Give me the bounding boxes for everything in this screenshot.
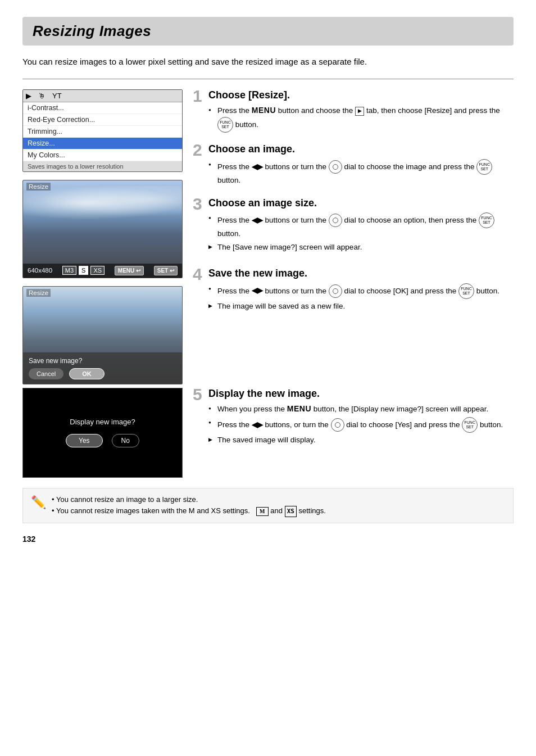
step-2-number: 2	[193, 142, 205, 159]
tab-camera[interactable]: 🖰	[38, 92, 46, 100]
menu-keyword: MENU	[252, 106, 276, 115]
size-xs[interactable]: XS	[90, 266, 105, 275]
page-number: 132	[22, 535, 514, 544]
step-5-right: 5 Display the new image. When you press …	[193, 388, 514, 457]
step-4-bullets: Press the ◀▶ buttons or turn the dial to…	[208, 283, 514, 313]
step-3-bullets: Press the ◀▶ buttons or turn the dial to…	[208, 212, 514, 253]
step-1-title: Choose [Resize].	[208, 89, 514, 102]
step-5-arrow-1: The saved image will display.	[208, 434, 514, 446]
step-1: 1 Choose [Resize]. Press the MENU button…	[193, 89, 514, 135]
step-2: 2 Choose an image. Press the ◀▶ buttons …	[193, 143, 514, 188]
menu-footer: Saves images to a lower resolution	[23, 161, 182, 171]
resize-bottom-bar: 640x480 M3 S XS MENU ↩ SET ↩	[23, 264, 182, 278]
save-prompt: Save new image?	[29, 357, 176, 365]
step-2-bullet-1: Press the ◀▶ buttons or turn the dial to…	[208, 159, 514, 187]
display-buttons: Yes No	[66, 434, 139, 447]
step-5-bullets: When you press the MENU button, the [Dis…	[208, 403, 514, 446]
step-4: 4 Save the new image. Press the ◀▶ butto…	[193, 268, 514, 314]
page-title: Resizing Images	[22, 17, 514, 46]
func-set-btn-4: FUNCSET	[458, 283, 474, 299]
func-set-btn-2: FUNCSET	[476, 159, 492, 175]
step-3-content: Choose an image size. Press the ◀▶ butto…	[208, 197, 514, 255]
pencil-icon: ✏️	[31, 495, 46, 510]
step-3-title: Choose an image size.	[208, 197, 514, 210]
dial-icon-2	[329, 160, 342, 174]
menu-keyword-5: MENU	[287, 404, 311, 413]
step-4-number: 4	[193, 266, 205, 283]
menu-item-mycolors[interactable]: My Colors...	[23, 150, 182, 161]
save-dialog: Save new image? Cancel OK	[23, 352, 182, 384]
display-screen: Display new image? Yes No	[22, 388, 183, 478]
size-m3[interactable]: M3	[62, 266, 76, 275]
step-4-title: Save the new image.	[208, 268, 514, 280]
menu-item-redeye[interactable]: Red-Eye Correction...	[23, 114, 182, 126]
notes-content: • You cannot resize an image to a larger…	[52, 494, 326, 518]
step-1-bullet-1: Press the MENU button and choose the ▶ t…	[208, 105, 514, 133]
note-1: • You cannot resize an image to a larger…	[52, 494, 326, 506]
ok-button[interactable]: OK	[69, 368, 105, 379]
dial-icon-5	[331, 418, 344, 432]
save-screen-label: Resize	[26, 289, 51, 297]
m-badge: M	[256, 507, 269, 516]
dial-icon-3	[329, 214, 342, 227]
step-5-title: Display the new image.	[208, 388, 514, 400]
main-content: ▶ 🖰 YT i-Contrast... Red-Eye Correction.…	[22, 89, 514, 384]
note-2: • You cannot resize images taken with th…	[52, 505, 326, 517]
menu-screen: ▶ 🖰 YT i-Contrast... Red-Eye Correction.…	[22, 89, 183, 172]
dial-icon-4	[329, 284, 342, 298]
step-5-left: Display new image? Yes No	[22, 388, 183, 478]
section-divider	[22, 79, 514, 79]
step-5-section: Display new image? Yes No 5 Display the …	[22, 388, 514, 478]
intro-text: You can resize images to a lower pixel s…	[22, 56, 514, 69]
func-set-btn-1: FUNCSET	[217, 117, 233, 133]
menu-item-resize[interactable]: Resize...	[23, 138, 182, 150]
tab-settings[interactable]: YT	[52, 92, 62, 100]
step-3-bullet-1: Press the ◀▶ buttons or turn the dial to…	[208, 212, 514, 240]
menu-header: ▶ 🖰 YT	[23, 90, 182, 102]
size-options: M3 S XS	[62, 266, 105, 275]
notes-section: ✏️ • You cannot resize an image to a lar…	[22, 488, 514, 524]
set-btn[interactable]: SET ↩	[154, 266, 178, 275]
no-button[interactable]: No	[112, 434, 139, 447]
lr-arrows-4: ◀▶	[252, 285, 263, 296]
step-5-number: 5	[193, 386, 205, 403]
step-5-content: Display the new image. When you press th…	[208, 388, 514, 448]
yes-button[interactable]: Yes	[66, 434, 103, 447]
step-3-number: 3	[193, 196, 205, 212]
step-2-bullets: Press the ◀▶ buttons or turn the dial to…	[208, 159, 514, 187]
lr-arrows-3: ◀▶	[252, 215, 263, 226]
cloud-overlay	[23, 186, 182, 220]
save-buttons: Cancel OK	[29, 368, 176, 379]
steps-text: 1 Choose [Resize]. Press the MENU button…	[193, 89, 514, 384]
step-3: 3 Choose an image size. Press the ◀▶ but…	[193, 197, 514, 255]
step-4-content: Save the new image. Press the ◀▶ buttons…	[208, 268, 514, 314]
step-5-bullet-2: Press the ◀▶ buttons, or turn the dial t…	[208, 417, 514, 433]
step-1-content: Choose [Resize]. Press the MENU button a…	[208, 89, 514, 135]
step-2-content: Choose an image. Press the ◀▶ buttons or…	[208, 143, 514, 188]
menu-item-icontrast[interactable]: i-Contrast...	[23, 102, 182, 114]
size-s[interactable]: S	[79, 266, 88, 275]
play-tab-icon: ▶	[355, 107, 364, 116]
save-screen: Resize Save new image? Cancel OK	[22, 286, 183, 384]
func-set-btn-5: FUNCSET	[462, 417, 478, 433]
menu-btn[interactable]: MENU ↩	[115, 266, 144, 275]
size-display: 640x480	[28, 267, 52, 274]
func-set-btn-3: FUNCSET	[479, 212, 494, 228]
display-prompt: Display new image?	[70, 418, 135, 426]
lr-arrows-5: ◀▶	[252, 419, 263, 431]
step-5: 5 Display the new image. When you press …	[193, 388, 514, 448]
menu-item-trimming[interactable]: Trimming...	[23, 126, 182, 138]
lr-arrows-2: ◀▶	[252, 161, 263, 173]
step-3-arrow-1: The [Save new image?] screen will appear…	[208, 242, 514, 253]
step-1-bullets: Press the MENU button and choose the ▶ t…	[208, 105, 514, 133]
step-4-bullet-1: Press the ◀▶ buttons or turn the dial to…	[208, 283, 514, 299]
step-5-bullet-1: When you press the MENU button, the [Dis…	[208, 403, 514, 415]
cancel-button[interactable]: Cancel	[29, 368, 63, 379]
resize-screen-label: Resize	[26, 183, 51, 191]
step-2-title: Choose an image.	[208, 143, 514, 156]
screen-mockups: ▶ 🖰 YT i-Contrast... Red-Eye Correction.…	[22, 89, 183, 384]
step-4-arrow-1: The image will be saved as a new file.	[208, 301, 514, 313]
xs-badge: XS	[285, 506, 297, 517]
tab-play[interactable]: ▶	[26, 92, 31, 100]
step-1-number: 1	[193, 88, 205, 105]
